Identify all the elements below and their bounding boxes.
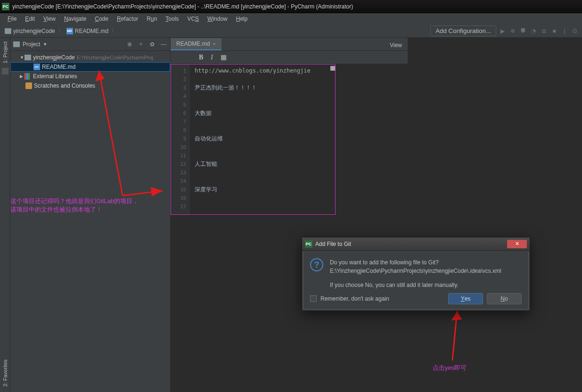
hide-icon[interactable]: — [160,41,167,48]
library-icon [25,73,31,80]
italic-button[interactable]: I [211,54,213,61]
editor-view-button[interactable]: View [384,40,408,50]
coverage-icon[interactable]: ⛊ [519,27,527,35]
tree-label: yinzhengjieCode [33,54,75,61]
dialog-close-button[interactable]: ✕ [507,240,527,248]
project-tool-window: Project ▼ ⊕ ÷ ✿ — ▼ yinzhengjieCode E:\Y… [10,38,171,392]
dialog-title-text: Add File to Git [315,241,351,247]
dropdown-icon[interactable]: ▼ [43,42,47,47]
tree-label: External Libraries [33,73,77,80]
window-titlebar: PC yinzhengjieCode [E:\YinzhengjieCode\P… [0,0,582,13]
add-configuration-button[interactable]: Add Configuration... [430,25,496,36]
app-icon: PC [305,240,312,248]
project-tree: ▼ yinzhengjieCode E:\YinzhengjieCode\Pyc… [10,51,170,392]
tree-scratches[interactable]: Scratches and Consoles [10,81,170,90]
add-file-to-git-dialog: PC Add File to Git ✕ ? Do you want to ad… [302,237,530,311]
structure-icon[interactable] [2,68,8,74]
tree-root[interactable]: ▼ yinzhengjieCode E:\YinzhengjieCode\Pyc… [10,53,170,62]
menu-navigate[interactable]: Navigate [60,15,90,23]
tree-label: README.md [42,64,75,70]
menu-code[interactable]: Code [91,15,112,23]
menu-run[interactable]: Run [143,15,161,23]
expand-arrow-icon[interactable]: ▶ [20,74,25,79]
tool-tab-project[interactable]: 1: Project [1,39,9,66]
breadcrumb-label: README.md [75,28,108,34]
editor-tabs: README.md × View [171,38,408,51]
tree-external-libraries[interactable]: ▶ External Libraries [10,72,170,81]
app-icon: PC [2,3,9,10]
scratch-icon [25,82,32,89]
tree-file-readme[interactable]: MD README.md [10,62,170,72]
menu-window[interactable]: Window [204,15,231,23]
expand-arrow-icon[interactable]: ▼ [20,55,25,60]
breadcrumb-root[interactable]: yinzhengjieCode [3,28,57,34]
markdown-toolbar: B I ▦ [171,51,408,64]
remember-label[interactable]: Remember, don't ask again [320,295,389,302]
window-title: yinzhengjieCode [E:\YinzhengjieCode\Pych… [12,3,353,10]
stop-icon[interactable]: ■ [550,27,558,35]
separator: | [560,27,569,35]
menu-edit[interactable]: Edit [21,15,39,23]
tab-label: README.md [176,41,210,47]
concurrency-icon[interactable]: ⧉ [540,27,548,35]
project-title[interactable]: Project [23,41,40,48]
close-tab-icon[interactable]: × [213,41,215,47]
menu-file[interactable]: File [4,15,20,23]
markdown-file-icon: MD [33,64,40,70]
breadcrumb-separator: 〉 [111,27,117,35]
scrollbar-thumb[interactable] [330,66,335,71]
tree-path: E:\YinzhengjieCode\PycharmProj [77,55,153,60]
code-text[interactable]: http://www.cnblogs.com/yinzhengjie 尹正杰到此… [190,65,335,214]
menu-tools[interactable]: Tools [162,15,182,23]
git-icon[interactable]: G [571,27,579,35]
settings-gear-icon[interactable]: ✿ [148,41,156,48]
menu-help[interactable]: Help [232,15,252,23]
tree-label: Scratches and Consoles [34,82,95,89]
breadcrumb-label: yinzhengjieCode [13,28,55,34]
breadcrumb-separator: 〉 [58,27,64,35]
folder-icon [13,41,20,47]
project-header: Project ▼ ⊕ ÷ ✿ — [10,38,170,51]
menu-refactor[interactable]: Refactor [113,15,142,23]
menubar: File Edit View Navigate Code Refactor Ru… [0,13,582,24]
right-panel [408,38,582,392]
yes-button[interactable]: Yes [448,293,483,304]
tool-tab-favorites[interactable]: 2: Favorites [1,357,9,389]
breadcrumb-file[interactable]: MD README.md [65,28,110,34]
debug-icon[interactable]: ✲ [508,27,517,35]
collapse-icon[interactable]: ÷ [137,41,145,48]
locate-icon[interactable]: ⊕ [126,41,133,48]
line-gutter: 123 456 789 101112 131415 1617 [171,65,190,214]
folder-icon [25,55,31,60]
table-button[interactable]: ▦ [221,53,227,61]
menu-view[interactable]: View [40,15,59,23]
editor-tab-readme[interactable]: README.md × [171,38,221,50]
markdown-file-icon: MD [66,28,73,34]
remember-checkbox[interactable] [310,295,317,302]
navigation-bar: yinzhengjieCode 〉 MD README.md 〉 Add Con… [0,24,582,38]
tool-window-bar-left: 1: Project 2: Favorites [0,38,10,392]
dialog-titlebar[interactable]: PC Add File to Git ✕ [302,237,530,251]
dialog-message: Do you want to add the following file to… [330,258,501,289]
menu-vcs[interactable]: VCS [183,15,203,23]
no-button[interactable]: No [487,293,522,304]
question-icon: ? [310,258,323,271]
editor-content[interactable]: 123 456 789 101112 131415 1617 http://ww… [171,64,336,215]
bold-button[interactable]: B [199,54,203,61]
folder-icon [5,28,11,34]
profile-icon[interactable]: ◔ [529,27,538,35]
editor-area: README.md × View B I ▦ 123 456 789 10111… [171,38,408,392]
run-icon[interactable]: ▶ [498,27,507,35]
